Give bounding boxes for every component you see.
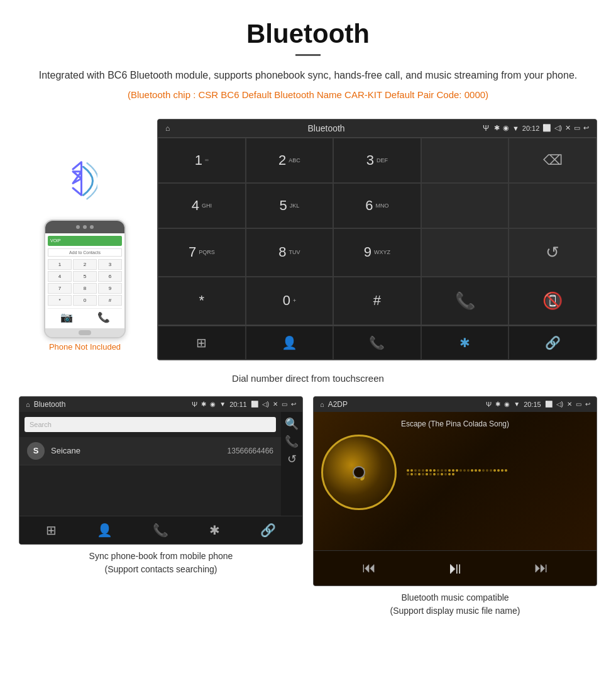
time-display: 20:12 — [522, 125, 540, 132]
page-header: Bluetooth Integrated with BC6 Bluetooth … — [0, 0, 616, 113]
dial-caption: Dial number direct from touchscreen — [0, 367, 616, 396]
dial-key-2[interactable]: 2ABC — [246, 138, 334, 183]
phonebook-item: ⌂ Bluetooth Ψ ✱ ◉ ▼ 20:11 ⬜ ◁) ✕ ▭ ↩ — [19, 396, 303, 618]
dial-refresh-area[interactable] — [509, 228, 597, 277]
dial-key-3[interactable]: 3DEF — [333, 138, 421, 183]
call-button[interactable]: 📞 — [421, 277, 509, 325]
phone-mockup: VOIP Add to Contacts 1 2 3 4 5 6 7 8 9 *… — [44, 219, 126, 338]
dial-key-8[interactable]: 8TUV — [246, 228, 334, 277]
dial-key-hash[interactable]: # — [333, 277, 421, 325]
home-icon: ⌂ — [165, 124, 170, 133]
main-section: VOIP Add to Contacts 1 2 3 4 5 6 7 8 9 *… — [0, 113, 616, 367]
prev-button[interactable]: ⏮ — [362, 560, 376, 576]
contact-name: Seicane — [51, 446, 221, 455]
pb-app-title: Bluetooth — [34, 400, 188, 409]
camera-icon: ⬜ — [542, 124, 551, 132]
nav-phone[interactable]: 📞 — [333, 326, 421, 360]
screen-icon: ▭ — [574, 124, 580, 132]
search-bar-row: Search — [19, 412, 281, 437]
play-pause-button[interactable]: ⏯ — [447, 558, 463, 578]
phone-bottom-icons: 📷 📞 — [48, 308, 122, 326]
search-input[interactable]: Search — [25, 417, 276, 432]
pb-cam: ⬜ — [251, 401, 258, 408]
phone-key-3: 3 — [98, 259, 122, 270]
phone-top-bar — [45, 221, 124, 233]
ms-close: ✕ — [567, 401, 572, 408]
dialpad-grid: 1∞ 2ABC 3DEF 4GHI 5JKL — [158, 137, 597, 325]
pb-nav-phone[interactable]: 📞 — [153, 523, 168, 538]
phonebook-list: Search S Seicane 13566664466 — [19, 412, 281, 516]
dial-key-6[interactable]: 6MNO — [333, 183, 421, 228]
car-bottom-nav: ⊞ 👤 📞 ✱ 🔗 — [158, 325, 597, 360]
phone-key-star: * — [48, 295, 72, 306]
title-divider — [295, 54, 321, 56]
music-caption: Bluetooth music compatible (Support disp… — [313, 591, 597, 618]
nav-contacts[interactable]: 👤 — [246, 326, 334, 360]
music-controls: ⏮ ⏯ ⏭ — [314, 550, 597, 586]
bt-status-icon: ✱ — [494, 124, 500, 132]
nav-link[interactable]: 🔗 — [509, 326, 597, 360]
backspace-icon — [543, 152, 563, 169]
contact-row-seicane[interactable]: S Seicane 13566664466 — [19, 437, 281, 465]
pb-nav-link[interactable]: 🔗 — [260, 523, 276, 538]
nav-dialpad[interactable]: ⊞ — [158, 326, 246, 360]
nav-bluetooth[interactable]: ✱ — [421, 326, 509, 360]
ms-vol: ◁) — [556, 401, 563, 408]
next-button[interactable]: ⏭ — [534, 560, 548, 576]
phonebook-status-bar: ⌂ Bluetooth Ψ ✱ ◉ ▼ 20:11 ⬜ ◁) ✕ ▭ ↩ — [19, 397, 302, 412]
dial-key-9[interactable]: 9WXYZ — [333, 228, 421, 277]
phone-key-4: 4 — [48, 271, 72, 282]
car-app-title: Bluetooth — [175, 123, 478, 133]
ms-cam: ⬜ — [545, 401, 553, 408]
phone-home-button — [79, 330, 91, 335]
wifi-icon: ▼ — [512, 125, 519, 132]
phone-key-2: 2 — [73, 259, 97, 270]
phone-area: VOIP Add to Contacts 1 2 3 4 5 6 7 8 9 *… — [25, 119, 145, 352]
side-search-icon[interactable]: 🔍 — [285, 417, 299, 431]
ms-home-icon: ⌂ — [320, 401, 324, 408]
pb-screen: ▭ — [282, 401, 287, 408]
phonebook-caption: Sync phone-book from mobile phone (Suppo… — [19, 550, 303, 576]
phone-key-6: 6 — [98, 271, 122, 282]
dial-key-0[interactable]: 0+ — [246, 277, 334, 325]
close-icon: ✕ — [565, 124, 571, 132]
bluetooth-signal-icon — [60, 157, 110, 213]
phonebook-empty-space — [19, 465, 281, 516]
pb-close: ✕ — [273, 401, 278, 408]
dial-key-5[interactable]: 5JKL — [246, 183, 334, 228]
music-content: ♫ — [321, 435, 589, 510]
ms-app-title: A2DP — [328, 400, 482, 409]
side-phone-icon[interactable]: 📞 — [285, 435, 299, 448]
pb-nav-dialpad[interactable]: ⊞ — [46, 523, 57, 538]
volume-icon: ◁) — [554, 124, 562, 132]
phonebook-side-icons: 🔍 📞 ↺ — [281, 412, 302, 516]
dial-key-star[interactable]: * — [158, 277, 246, 325]
pb-time: 20:11 — [229, 401, 247, 408]
refresh-icon — [546, 243, 559, 262]
ms-loc-icon: ◉ — [504, 401, 510, 408]
side-refresh-icon[interactable]: ↺ — [287, 452, 297, 466]
ms-time: 20:15 — [524, 401, 541, 408]
dial-empty-1 — [421, 138, 509, 183]
dial-empty-2 — [421, 183, 509, 228]
phone-key-0: 0 — [73, 295, 97, 306]
location-icon: ◉ — [503, 124, 509, 132]
phonebook-bottom-nav: ⊞ 👤 📞 ✱ 🔗 — [19, 516, 302, 544]
phone-key-hash: # — [98, 295, 122, 306]
end-call-button[interactable]: 📵 — [509, 277, 597, 325]
dial-key-1[interactable]: 1∞ — [158, 138, 246, 183]
ms-wifi-icon: ▼ — [514, 401, 520, 408]
pb-wifi-icon: ▼ — [219, 401, 226, 408]
pb-bt-icon: ✱ — [201, 401, 206, 408]
dial-backspace-area[interactable] — [509, 138, 597, 183]
dial-key-4[interactable]: 4GHI — [158, 183, 246, 228]
pb-nav-bluetooth[interactable]: ✱ — [209, 523, 220, 538]
music-body: Escape (The Pina Colada Song) ♫ — [314, 412, 597, 550]
eq-dots — [407, 469, 507, 475]
dial-key-7[interactable]: 7PQRS — [158, 228, 246, 277]
phone-key-9: 9 — [98, 283, 122, 294]
dial-empty-3 — [509, 183, 597, 228]
pb-nav-contacts[interactable]: 👤 — [97, 523, 113, 538]
phone-key-7: 7 — [48, 283, 72, 294]
contact-avatar: S — [27, 442, 45, 460]
